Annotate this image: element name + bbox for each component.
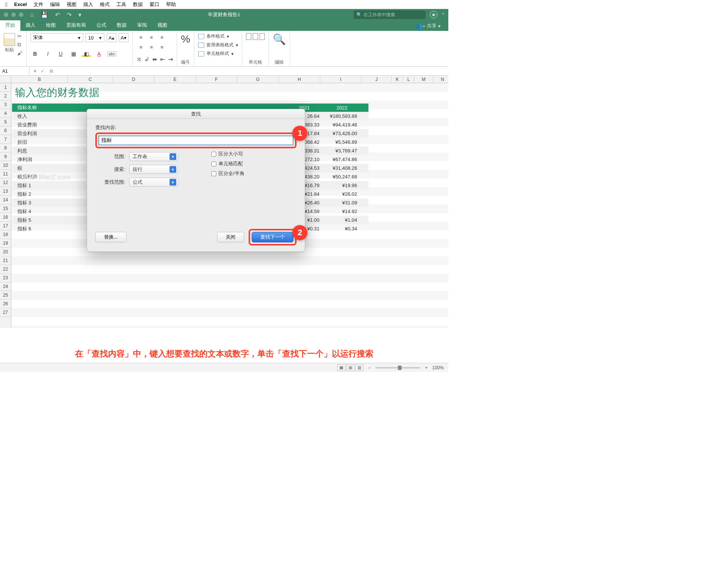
orientation-icon[interactable]: ⤭ [136,56,141,63]
zoom-out-icon[interactable]: − [368,365,371,370]
normal-view-icon[interactable]: ▦ [337,364,345,371]
bold-button[interactable]: B [31,51,40,57]
tab-layout[interactable]: 页面布局 [61,20,91,31]
column-headers[interactable]: BCDEFGHIJKLMN [0,76,448,83]
cancel-edit-icon[interactable]: ✕ [33,69,37,74]
menu-format[interactable]: 格式 [100,1,110,8]
lookin-select[interactable]: 公式▾ [129,178,178,187]
fill-color-button[interactable]: ◧ [82,51,91,57]
clipboard-icon [4,33,15,46]
replace-button[interactable]: 替换... [95,232,127,242]
align-middle-icon[interactable]: ≡ [147,33,156,41]
indent-dec-icon[interactable]: ⇤ [160,56,165,63]
menu-tools[interactable]: 工具 [116,1,126,8]
cut-icon[interactable]: ✂ [17,33,23,39]
increase-font-icon[interactable]: A▴ [107,33,116,42]
tab-home[interactable]: 开始 [0,20,20,31]
align-bottom-icon[interactable]: ≡ [157,33,167,41]
search-order-select[interactable]: 按行▾ [129,165,178,174]
align-center-icon[interactable]: ≡ [147,43,156,51]
ribbon: 粘贴 ✂ ⧉ 🖌 宋体▾ 10▾ A▴ A▾ B I U ▦ ◧ A abc ≡… [0,31,448,67]
font-name-select[interactable]: 宋体▾ [31,33,83,42]
confirm-edit-icon[interactable]: ✓ [41,69,44,74]
qat-more-icon[interactable]: ▾ [78,11,81,18]
instruction-text: 在「查找内容」中，键入想要查找的文本或数字，单击「查找下一个」以运行搜索 [0,348,448,360]
find-next-highlight: 查找下一个 [249,229,296,245]
tab-view[interactable]: 视图 [152,20,173,31]
align-right-icon[interactable]: ≡ [157,43,167,51]
user-icon[interactable]: ☻ [430,11,437,18]
italic-button[interactable]: I [43,51,52,57]
fx-icon[interactable]: fx [50,69,53,74]
mac-menubar:  Excel 文件 编辑 视图 插入 格式 工具 数据 窗口 帮助 [0,0,448,9]
decrease-font-icon[interactable]: A▾ [119,33,128,42]
close-button[interactable]: 关闭 [217,232,244,242]
find-icon[interactable]: 🔍 [273,33,286,46]
font-size-select[interactable]: 10▾ [86,33,104,42]
menu-edit[interactable]: 编辑 [50,1,60,8]
paste-button[interactable]: 粘贴 [4,33,15,53]
find-content-label: 查找内容: [95,124,296,131]
app-name[interactable]: Excel [14,2,27,7]
sheet-search[interactable]: 🔍 在工作表中搜索 [354,11,425,19]
name-box[interactable]: A1 [0,67,29,75]
zoom-level[interactable]: 100% [432,365,444,370]
tab-review[interactable]: 审阅 [132,20,152,31]
tab-data[interactable]: 数据 [112,20,132,31]
tab-draw[interactable]: 绘图 [41,20,61,31]
formula-bar: A1 ✕ ✓ fx [0,67,448,76]
chevron-down-icon: ▾ [170,166,176,173]
ribbon-tabs: 开始 插入 绘图 页面布局 公式 数据 审阅 视图 👥+共享 ▾ [0,20,448,31]
match-width-checkbox[interactable]: 区分全/半角 [211,170,244,177]
copy-icon[interactable]: ⧉ [17,41,23,48]
share-button[interactable]: 👥+共享 ▾ [413,21,444,31]
phonetic-button[interactable]: abc [107,51,116,56]
titlebar-expand-icon[interactable]: ⌃ [441,12,445,18]
watermark: www.MacZ.com [23,174,70,181]
menu-help[interactable]: 帮助 [166,1,176,8]
find-input-highlight [95,133,296,148]
indent-inc-icon[interactable]: ⇥ [168,56,173,63]
find-next-button[interactable]: 查找下一个 [252,232,293,242]
border-button[interactable]: ▦ [69,51,78,57]
menu-insert[interactable]: 插入 [83,1,93,8]
match-cell-checkbox[interactable]: 单元格匹配 [211,160,244,167]
menu-view[interactable]: 视图 [67,1,76,8]
row-headers[interactable]: 1234567891011121314151617181920212223242… [0,83,11,328]
tab-insert[interactable]: 插入 [20,20,41,31]
format-painter-icon[interactable]: 🖌 [17,50,23,56]
annotation-badge-1: 1 [292,126,307,141]
undo-icon[interactable]: ↶ [55,11,60,18]
apple-icon[interactable]:  [5,1,7,8]
table-format-icon [198,43,204,48]
page-layout-view-icon[interactable]: ▤ [346,364,354,371]
scope-select[interactable]: 工作表▾ [129,152,178,161]
col-metric-name: 指标名称 [12,104,87,111]
save-icon[interactable]: 💾 [41,11,48,18]
zoom-in-icon[interactable]: + [425,365,428,370]
tab-formulas[interactable]: 公式 [91,20,112,31]
align-top-icon[interactable]: ≡ [136,33,145,41]
match-case-checkbox[interactable]: 区分大小写 [211,151,244,157]
underline-button[interactable]: U [56,51,65,57]
conditional-format-button[interactable]: 条件格式 ▾ [198,33,238,40]
redo-icon[interactable]: ↷ [67,11,72,18]
alignment-group: ≡ ≡ ≡ ≡ ≡ ≡ [136,33,173,51]
home-icon[interactable]: ⌂ [30,11,34,18]
cell-style-button[interactable]: 单元格样式 ▾ [198,50,238,57]
merge-icon[interactable]: ⬌ [152,56,157,63]
find-input[interactable] [98,136,293,145]
align-left-icon[interactable]: ≡ [136,43,145,51]
table-format-button[interactable]: 套用表格格式 ▾ [198,42,238,48]
menu-data[interactable]: 数据 [133,1,143,8]
window-titlebar: ⌂ 💾 ↶ ↷ ▾ 年度财务报告1 🔍 在工作表中搜索 ☻ ⌃ [0,9,448,20]
wrap-text-icon[interactable]: ↲ [144,56,149,63]
cell-style-icon [198,51,204,56]
font-color-button[interactable]: A [95,51,104,57]
zoom-slider[interactable] [375,367,420,369]
window-controls[interactable] [4,12,23,17]
page-break-view-icon[interactable]: ▥ [355,364,364,371]
menu-file[interactable]: 文件 [34,1,43,8]
menu-window[interactable]: 窗口 [150,1,159,8]
percent-icon[interactable]: % [181,33,190,45]
